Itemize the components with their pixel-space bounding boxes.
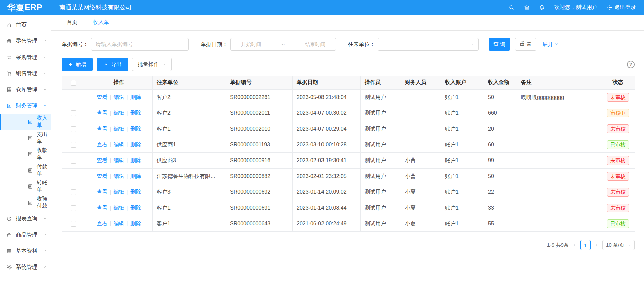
cell-bill-date: 2021-06-02 00:24:49 [293, 216, 361, 232]
sidebar-item-sales[interactable]: 销售管理 [0, 65, 51, 81]
tab-home[interactable]: 首页 [67, 15, 77, 30]
add-button[interactable]: 新增 [62, 58, 93, 71]
delete-link[interactable]: 删除 [130, 221, 141, 226]
row-checkbox[interactable] [71, 221, 76, 227]
cell-remark [517, 137, 601, 153]
view-link[interactable]: 查看 [97, 173, 107, 179]
row-checkbox[interactable] [71, 205, 76, 211]
row-checkbox[interactable] [71, 158, 76, 164]
cell-income-amount: 660 [484, 105, 517, 121]
view-link[interactable]: 查看 [97, 126, 107, 132]
row-checkbox[interactable] [71, 174, 76, 179]
edit-link[interactable]: 编辑 [114, 126, 124, 132]
sidebar-item-income-bill[interactable]: 收入单 [0, 114, 51, 130]
delete-link[interactable]: 删除 [130, 94, 141, 100]
view-link[interactable]: 查看 [97, 110, 107, 116]
sidebar-item-warehouse[interactable]: 仓库管理 [0, 81, 51, 98]
status-badge: 审核中 [607, 109, 629, 118]
expand-toggle[interactable]: 展开 [542, 41, 558, 48]
view-link[interactable]: 查看 [97, 94, 107, 100]
reset-button[interactable]: 重 置 [515, 38, 536, 51]
view-link[interactable]: 查看 [97, 189, 107, 195]
delete-link[interactable]: 删除 [130, 110, 141, 116]
export-button[interactable]: 导出 [97, 58, 128, 71]
link-divider: | [110, 157, 111, 163]
tab-income-bill[interactable]: 收入单 [93, 15, 109, 30]
edit-link[interactable]: 编辑 [114, 110, 124, 116]
view-link[interactable]: 查看 [97, 205, 107, 211]
delete-link[interactable]: 删除 [130, 157, 141, 163]
sidebar-item-transfer-bill[interactable]: 转账单 [0, 178, 51, 194]
delete-link[interactable]: 删除 [130, 205, 141, 211]
search-icon[interactable] [509, 5, 515, 10]
row-checkbox[interactable] [71, 126, 76, 132]
prev-page-button[interactable] [573, 243, 576, 247]
row-checkbox[interactable] [71, 110, 76, 116]
bank-icon[interactable] [524, 5, 530, 10]
sidebar-item-retail[interactable]: 零售管理 [0, 33, 51, 49]
filter-bar: 单据编号： 单据日期： 开始时间 ~ 结束时间 往来单位： 查 询 [62, 38, 635, 51]
edit-link[interactable]: 编辑 [114, 189, 124, 195]
sidebar-item-finance[interactable]: 财务管理 [0, 98, 51, 114]
link-divider: | [110, 205, 111, 211]
cell-operator: 测试用户 [361, 105, 401, 121]
edit-link[interactable]: 编辑 [114, 157, 124, 163]
col-header-unit: 往来单位 [153, 76, 226, 90]
sidebar-item-basic-data[interactable]: 基本资料 [0, 243, 51, 259]
batch-operation-button[interactable]: 批量操作 [132, 58, 172, 71]
sidebar-item-advance-payment[interactable]: 收预付款 [0, 194, 51, 211]
bell-icon[interactable] [539, 5, 545, 10]
next-page-button[interactable] [595, 243, 598, 247]
delete-link[interactable]: 删除 [130, 189, 141, 195]
tabbar: 首页 收入单 [51, 15, 644, 31]
download-icon [103, 62, 108, 67]
delete-link[interactable]: 删除 [130, 126, 141, 132]
action-bar: 新增 导出 批量操作 ? [62, 58, 635, 71]
cell-income-amount: 33 [484, 200, 517, 216]
sidebar-item-label: 零售管理 [16, 38, 37, 45]
edit-link[interactable]: 编辑 [114, 173, 124, 179]
unit-select[interactable] [378, 38, 479, 51]
bill-no-input[interactable] [91, 38, 189, 51]
sidebar-item-expense-bill[interactable]: 支出单 [0, 130, 51, 146]
sidebar-item-label: 收款单 [37, 147, 51, 161]
view-link[interactable]: 查看 [97, 157, 107, 163]
link-divider: | [127, 221, 128, 226]
page-size-select[interactable]: 10 条/页 [602, 240, 635, 250]
edit-link[interactable]: 编辑 [114, 94, 124, 100]
sidebar-item-goods[interactable]: 商品管理 [0, 227, 51, 243]
sidebar-item-reports[interactable]: 报表查询 [0, 211, 51, 227]
delete-link[interactable]: 删除 [130, 173, 141, 179]
sidebar-item-purchase[interactable]: 采购管理 [0, 49, 51, 65]
help-icon[interactable]: ? [627, 61, 635, 68]
bag-icon [6, 232, 12, 238]
edit-link[interactable]: 编辑 [114, 221, 124, 226]
home-icon [6, 22, 12, 28]
sidebar-item-label: 支出单 [37, 131, 51, 145]
row-checkbox[interactable] [71, 142, 76, 148]
table-row: 查看|编辑|删除 客户2 SR00000002261 2023-05-08 21… [62, 90, 635, 105]
edit-link[interactable]: 编辑 [114, 205, 124, 211]
edit-link[interactable]: 编辑 [114, 142, 124, 147]
select-all-checkbox[interactable] [71, 80, 76, 86]
view-link[interactable]: 查看 [97, 142, 107, 147]
page-number[interactable]: 1 [580, 240, 591, 250]
sidebar-item-system[interactable]: 系统管理 [0, 259, 51, 275]
row-checkbox[interactable] [71, 189, 76, 195]
date-range-picker[interactable]: 开始时间 ~ 结束时间 [230, 38, 336, 51]
company-name: 南通某某网络科技有限公司 [59, 3, 132, 11]
cell-operator: 测试用户 [361, 200, 401, 216]
cell-finance-staff [401, 90, 441, 105]
search-button[interactable]: 查 询 [489, 38, 510, 51]
row-checkbox[interactable] [71, 95, 76, 100]
chevron-down-icon [555, 41, 558, 47]
delete-link[interactable]: 删除 [130, 142, 141, 147]
view-link[interactable]: 查看 [97, 221, 107, 226]
sidebar-item-receipt-bill[interactable]: 收款单 [0, 146, 51, 162]
chevron-up-icon [43, 103, 47, 109]
sidebar-item-payment-bill[interactable]: 付款单 [0, 162, 51, 178]
col-header-operation: 操作 [85, 76, 153, 90]
cell-bill-date: 2023-04-07 00:29:04 [293, 121, 361, 137]
logout-button[interactable]: 退出登录 [607, 4, 636, 11]
sidebar-item-home[interactable]: 首页 [0, 17, 51, 33]
